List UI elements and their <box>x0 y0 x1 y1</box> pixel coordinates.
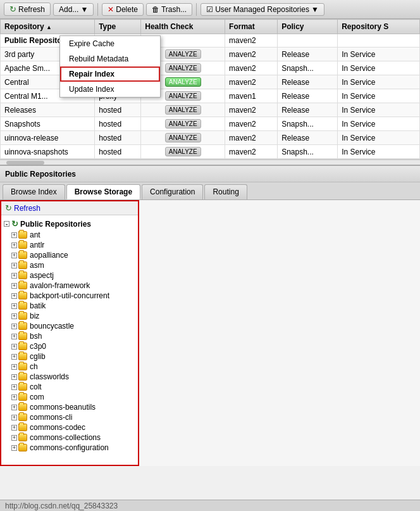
tree-item-label: aspectj <box>30 271 54 280</box>
tree-refresh-button[interactable]: ↻ Refresh <box>5 203 40 213</box>
cell-name: Releases <box>1 103 95 117</box>
col-health-check[interactable]: Health Check <box>141 20 225 34</box>
tree-item[interactable]: + bsh <box>1 331 138 341</box>
analyze-badge[interactable]: ANALYZE <box>165 77 201 87</box>
analyze-badge[interactable]: ANALYZE <box>165 133 201 142</box>
tree-item[interactable]: + commons-cli <box>1 412 138 422</box>
tree-item-expander[interactable]: + <box>11 283 17 289</box>
separator-1 <box>97 3 98 16</box>
table-row[interactable]: uinnova-snapshots hosted ANALYZE maven2 … <box>1 145 420 159</box>
tree-item-label: c3p0 <box>30 342 46 351</box>
tree-item[interactable]: + com <box>1 392 138 402</box>
cell-health: ANALYZE <box>141 117 225 131</box>
tree-item-expander[interactable]: + <box>11 435 17 441</box>
col-service[interactable]: Repository S <box>338 20 420 34</box>
context-menu-repair-index[interactable]: Repair Index <box>60 66 160 82</box>
tree-item-expander[interactable]: + <box>11 394 17 400</box>
analyze-badge[interactable]: ANALYZE <box>165 119 201 129</box>
tree-root-expander[interactable]: - <box>4 221 9 227</box>
tree-item[interactable]: + commons-collections <box>1 432 138 443</box>
tree-item-expander[interactable]: + <box>11 445 17 451</box>
tree-item-expander[interactable]: + <box>11 364 17 370</box>
tab-browse-storage[interactable]: Browse Storage <box>66 184 140 199</box>
tree-item[interactable]: + asm <box>1 260 138 270</box>
add-label: Add... <box>59 5 78 14</box>
trash-button[interactable]: 🗑 Trash... <box>146 3 192 16</box>
tree-item-expander[interactable]: + <box>11 334 17 339</box>
separator-2 <box>196 3 197 16</box>
tree-item[interactable]: + batik <box>1 301 138 311</box>
tree-item-expander[interactable]: + <box>11 293 17 299</box>
tree-item-expander[interactable]: + <box>11 243 17 248</box>
tree-item-expander[interactable]: + <box>11 303 17 309</box>
tree-item[interactable]: + aopalliance <box>1 250 138 260</box>
user-managed-button[interactable]: ☑ User Managed Repositories ▼ <box>201 3 324 16</box>
context-menu-expire-cache[interactable]: Expire Cache <box>60 36 160 51</box>
tree-item[interactable]: + aspectj <box>1 270 138 281</box>
tree-item-expander[interactable]: + <box>11 384 17 390</box>
analyze-badge[interactable]: ANALYZE <box>165 91 201 101</box>
tree-item[interactable]: + antlr <box>1 240 138 250</box>
tree-item[interactable]: + ant <box>1 230 138 240</box>
cell-name: Snapshots <box>1 117 95 131</box>
analyze-badge[interactable]: ANALYZE <box>165 63 201 73</box>
tree-item[interactable]: + ch <box>1 362 138 372</box>
tree-item-expander[interactable]: + <box>11 425 17 431</box>
user-managed-label: User Managed Repositories <box>215 5 309 14</box>
tree-item[interactable]: + classworlds <box>1 372 138 382</box>
tree-item-label: classworlds <box>30 372 69 381</box>
cell-service: In Service <box>338 61 420 75</box>
col-type[interactable]: Type <box>95 20 141 34</box>
analyze-badge[interactable]: ANALYZE <box>165 147 201 156</box>
tree-item-label: commons-beanutils <box>30 403 96 412</box>
tree-refresh-label: Refresh <box>14 204 40 213</box>
tree-item[interactable]: + colt <box>1 382 138 392</box>
tree-item[interactable]: + commons-beanutils <box>1 402 138 412</box>
refresh-button[interactable]: ↻ Refresh <box>4 3 51 16</box>
table-row[interactable]: Releases hosted ANALYZE maven2 Release I… <box>1 103 420 117</box>
tree-item-label: commons-configuration <box>30 443 109 452</box>
tree-item[interactable]: + cglib <box>1 351 138 362</box>
tree-item-expander[interactable]: + <box>11 354 17 360</box>
analyze-badge[interactable]: ANALYZE <box>165 49 201 59</box>
tree-item-expander[interactable]: + <box>11 313 17 319</box>
add-arrow-icon: ▼ <box>80 5 88 14</box>
tab-browse-index[interactable]: Browse Index <box>3 184 65 199</box>
tree-item-expander[interactable]: + <box>11 405 17 410</box>
tree-item[interactable]: + commons-configuration <box>1 443 138 453</box>
sort-arrow-icon: ▲ <box>46 24 52 30</box>
tree-item-expander[interactable]: + <box>11 232 17 238</box>
tree-item-expander[interactable]: + <box>11 415 17 420</box>
tab-configuration[interactable]: Configuration <box>142 184 203 199</box>
tree-item-label: bouncycastle <box>30 322 74 331</box>
context-menu-rebuild-metadata[interactable]: Rebuild Metadata <box>60 51 160 66</box>
delete-button[interactable]: ✕ Delete <box>102 3 144 16</box>
table-scrollbar[interactable] <box>0 160 420 165</box>
tree-item-expander[interactable]: + <box>11 273 17 279</box>
cell-format: maven2 <box>225 47 278 61</box>
cell-policy: Release <box>278 103 338 117</box>
delete-icon: ✕ <box>108 5 114 14</box>
col-policy[interactable]: Policy <box>278 20 338 34</box>
add-button[interactable]: Add... ▼ <box>53 3 94 16</box>
tree-item[interactable]: + backport-util-concurrent <box>1 291 138 301</box>
tree-item-expander[interactable]: + <box>11 263 17 268</box>
table-row[interactable]: Snapshots hosted ANALYZE maven2 Snapsh..… <box>1 117 420 131</box>
analyze-badge[interactable]: ANALYZE <box>165 105 201 115</box>
user-managed-arrow-icon: ▼ <box>311 5 319 14</box>
tree-item[interactable]: + biz <box>1 311 138 321</box>
tree-item[interactable]: + c3p0 <box>1 341 138 351</box>
context-menu-update-index[interactable]: Update Index <box>60 82 160 97</box>
tree-root-item[interactable]: - ↻ Public Repositories <box>1 218 138 230</box>
tree-item[interactable]: + bouncycastle <box>1 321 138 331</box>
tree-item-expander[interactable]: + <box>11 374 17 380</box>
table-row[interactable]: uinnova-release hosted ANALYZE maven2 Re… <box>1 131 420 145</box>
tree-item-expander[interactable]: + <box>11 324 17 329</box>
tree-item-expander[interactable]: + <box>11 344 17 350</box>
col-repository[interactable]: Repository ▲ <box>1 20 95 34</box>
tree-item[interactable]: + commons-codec <box>1 422 138 432</box>
tab-routing[interactable]: Routing <box>204 184 247 199</box>
tree-item[interactable]: + avalon-framework <box>1 281 138 291</box>
col-format[interactable]: Format <box>225 20 278 34</box>
tree-item-expander[interactable]: + <box>11 253 17 258</box>
